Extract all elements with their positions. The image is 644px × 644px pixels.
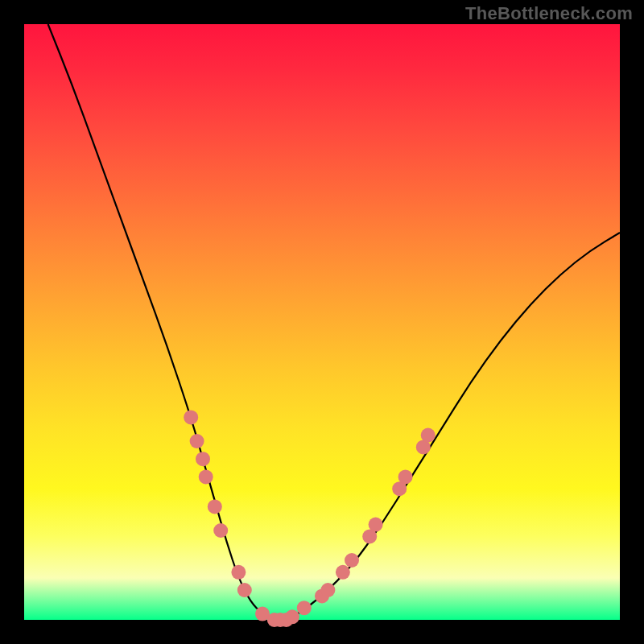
marker-point xyxy=(369,518,383,532)
watermark-text: TheBottleneck.com xyxy=(465,3,633,24)
marker-point xyxy=(336,565,350,580)
curve-markers xyxy=(184,410,436,627)
marker-point xyxy=(190,434,204,448)
marker-point xyxy=(398,469,413,484)
bottleneck-curve xyxy=(48,24,620,620)
marker-point xyxy=(208,499,222,514)
marker-point xyxy=(196,452,210,466)
curve-svg xyxy=(24,24,620,620)
marker-point xyxy=(320,583,335,597)
chart-frame: TheBottleneck.com xyxy=(0,0,644,644)
marker-point xyxy=(285,609,299,624)
marker-point xyxy=(421,428,436,443)
marker-point xyxy=(297,601,312,615)
plot-area xyxy=(24,24,620,620)
marker-point xyxy=(199,469,213,484)
marker-point xyxy=(184,410,198,424)
marker-point xyxy=(237,583,252,597)
marker-point xyxy=(345,553,359,568)
marker-point xyxy=(213,523,228,538)
marker-point xyxy=(231,565,246,580)
